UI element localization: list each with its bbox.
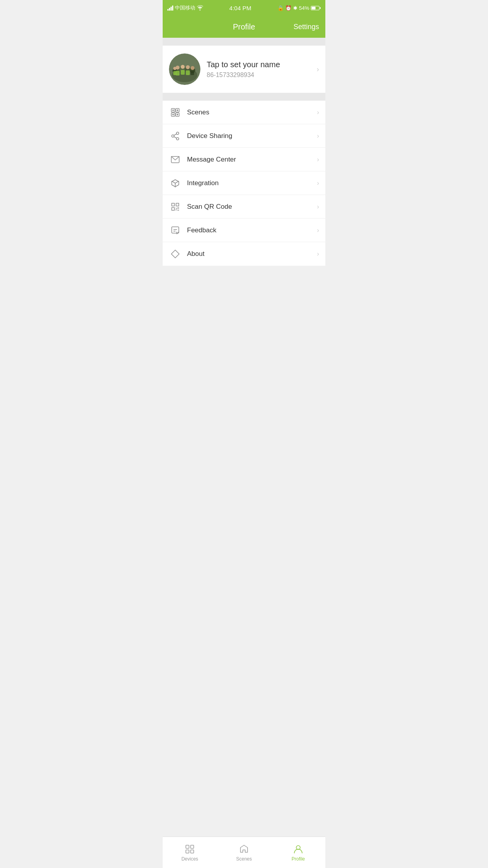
- menu-item-device-sharing[interactable]: Device Sharing ›: [163, 124, 325, 148]
- svg-point-8: [181, 65, 185, 69]
- svg-point-27: [176, 138, 179, 140]
- diamond-icon: [169, 248, 182, 260]
- menu-item-integration[interactable]: Integration ›: [163, 171, 325, 195]
- svg-point-26: [172, 135, 174, 137]
- share-icon: [169, 130, 182, 142]
- menu-item-scenes[interactable]: Scenes ›: [163, 101, 325, 124]
- svg-rect-16: [173, 71, 176, 75]
- battery-percent: 54%: [299, 5, 309, 11]
- svg-point-24: [177, 114, 178, 115]
- svg-rect-15: [191, 71, 194, 75]
- scenes-chevron: ›: [317, 109, 319, 116]
- message-center-chevron: ›: [317, 156, 319, 163]
- about-label: About: [187, 250, 317, 258]
- profile-name: Tap to set your name: [207, 60, 310, 69]
- svg-rect-14: [186, 70, 190, 75]
- menu-item-about[interactable]: About ›: [163, 242, 325, 266]
- scan-qr-chevron: ›: [317, 203, 319, 210]
- scan-qr-label: Scan QR Code: [187, 203, 317, 211]
- integration-label: Integration: [187, 179, 317, 187]
- svg-point-22: [177, 109, 178, 111]
- profile-header[interactable]: Tap to set your name 86-15733298934 ›: [163, 46, 325, 93]
- status-right: 🔒 ⏰ ✱ 54%: [277, 5, 321, 11]
- alarm-icon: ⏰: [285, 5, 292, 11]
- feedback-chevron: ›: [317, 227, 319, 234]
- device-sharing-label: Device Sharing: [187, 132, 317, 140]
- svg-rect-41: [172, 227, 179, 233]
- svg-marker-44: [171, 250, 179, 258]
- feedback-label: Feedback: [187, 226, 317, 234]
- cube-icon: [169, 177, 182, 189]
- svg-line-29: [174, 134, 177, 135]
- svg-point-23: [172, 114, 174, 115]
- svg-point-11: [173, 67, 176, 70]
- profile-chevron: ›: [317, 65, 319, 74]
- menu-item-scan-qr[interactable]: Scan QR Code ›: [163, 195, 325, 219]
- svg-rect-33: [176, 203, 179, 206]
- menu-divider: [163, 93, 325, 101]
- svg-line-28: [174, 136, 177, 138]
- avatar-image: [169, 53, 200, 85]
- svg-point-10: [191, 66, 194, 70]
- wifi-icon: [197, 5, 203, 11]
- message-icon: [169, 153, 182, 166]
- svg-rect-13: [181, 70, 185, 75]
- bluetooth-icon: ✱: [293, 5, 297, 11]
- menu-item-feedback[interactable]: Feedback ›: [163, 219, 325, 242]
- settings-button[interactable]: Settings: [294, 23, 319, 31]
- scenes-icon: [169, 106, 182, 119]
- feedback-icon: [169, 224, 182, 237]
- menu-item-message-center[interactable]: Message Center ›: [163, 148, 325, 171]
- status-time: 4:04 PM: [229, 5, 251, 11]
- nav-bar: Profile Settings: [163, 16, 325, 38]
- gray-area: [163, 266, 325, 376]
- profile-info: Tap to set your name 86-15733298934: [207, 60, 310, 79]
- svg-rect-32: [172, 203, 174, 206]
- top-divider: [163, 38, 325, 46]
- qr-icon: [169, 200, 182, 213]
- svg-point-21: [172, 109, 174, 111]
- device-sharing-chevron: ›: [317, 132, 319, 140]
- status-left: 中国移动: [167, 4, 203, 11]
- nav-title: Profile: [233, 22, 255, 31]
- profile-phone: 86-15733298934: [207, 72, 310, 79]
- integration-chevron: ›: [317, 180, 319, 187]
- carrier-label: 中国移动: [175, 4, 195, 11]
- status-bar: 中国移动 4:04 PM 🔒 ⏰ ✱ 54%: [163, 0, 325, 16]
- lock-icon: 🔒: [277, 5, 284, 11]
- menu-section: Scenes › Device Sharing › Message Center…: [163, 101, 325, 266]
- avatar[interactable]: [169, 53, 200, 85]
- about-chevron: ›: [317, 250, 319, 257]
- svg-point-25: [176, 132, 179, 134]
- message-center-label: Message Center: [187, 156, 317, 164]
- svg-rect-34: [172, 208, 174, 210]
- svg-point-9: [186, 65, 190, 69]
- battery-icon: [311, 6, 321, 10]
- scenes-label: Scenes: [187, 108, 317, 116]
- signal-icon: [167, 5, 173, 11]
